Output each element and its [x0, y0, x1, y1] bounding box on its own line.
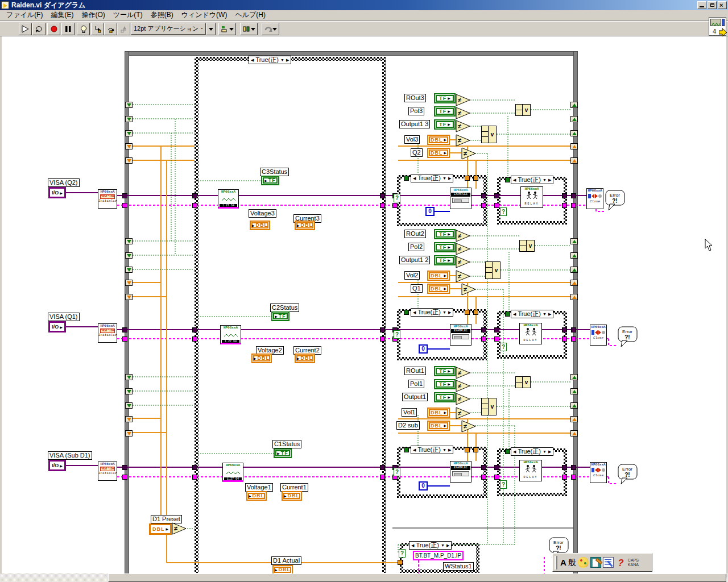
not-equal-node[interactable]: ≠: [456, 230, 471, 243]
hp66xxa-close-icon[interactable]: HP66xxAClose: [586, 188, 603, 209]
case-selector[interactable]: ◀True(正)▼▶: [411, 308, 453, 317]
ime-tools-icon[interactable]: [578, 557, 589, 568]
pol2-label[interactable]: Pol2: [408, 243, 424, 251]
voltage3-label[interactable]: Voltage3: [249, 209, 276, 218]
reorder-button[interactable]: [262, 23, 279, 35]
menu-help[interactable]: ヘルプ(H): [231, 10, 270, 20]
hp66xxa-initialize-icon[interactable]: HP66xxA*RST*IDNInitialize: [98, 323, 117, 343]
not-equal-node[interactable]: ≠: [461, 420, 477, 433]
not-equal-node[interactable]: ≠: [456, 120, 471, 133]
chevron-down-icon[interactable]: ▼: [280, 56, 284, 64]
q2-label[interactable]: Q2: [411, 148, 423, 157]
vol1-terminal[interactable]: DBL▶: [427, 408, 450, 418]
pol3-label[interactable]: Pol3: [408, 107, 424, 115]
shift-register[interactable]: [125, 402, 133, 409]
menu-operate[interactable]: 操作(O): [77, 10, 109, 20]
menu-edit[interactable]: 編集(E): [47, 10, 77, 20]
numeric-constant-0[interactable]: 0: [419, 344, 428, 354]
voltage2-terminal[interactable]: ▶DBL: [251, 354, 272, 363]
vol3-label[interactable]: Vol3: [404, 135, 420, 144]
shift-register[interactable]: [125, 157, 133, 164]
vol1-label[interactable]: Vol1: [402, 408, 417, 417]
hp66xxa-close-icon[interactable]: HP66xxAClose: [590, 325, 607, 346]
visa-subd1-terminal[interactable]: I/O▶: [48, 460, 66, 471]
menu-file[interactable]: ファイル(F): [2, 10, 47, 20]
shift-register[interactable]: [125, 280, 133, 286]
shift-register[interactable]: [125, 116, 133, 122]
output1-3-terminal[interactable]: TF▶: [434, 119, 456, 130]
shift-register[interactable]: [125, 388, 133, 394]
error-handler-icon[interactable]: Error?!: [618, 464, 638, 485]
not-equal-node[interactable]: ≠: [456, 107, 471, 120]
voltage3-terminal[interactable]: ▶DBL: [250, 221, 270, 230]
case-prev-icon[interactable]: ◀: [251, 56, 254, 64]
hp66xxa-relay-icon[interactable]: HP66xxARELAY: [519, 323, 542, 344]
not-equal-node[interactable]: ≠: [172, 522, 187, 535]
vol3-terminal[interactable]: DBL▶: [427, 135, 450, 145]
compound-or-node[interactable]: v: [481, 398, 497, 415]
numeric-constant-0[interactable]: 0: [425, 207, 435, 216]
shift-register[interactable]: [570, 116, 578, 122]
visa-q1-label[interactable]: VISA (Q1): [48, 313, 80, 321]
c2status-label[interactable]: C2Status: [270, 304, 299, 312]
ime-toolbar[interactable]: A 般 ? CAPSKANA: [552, 553, 652, 572]
shift-register[interactable]: [570, 374, 578, 380]
numeric-constant-0[interactable]: 0: [419, 481, 428, 490]
shift-register[interactable]: [570, 416, 578, 422]
hp66xxa-read-meas-icon[interactable]: HP66xxA1.27 64READ MEAS: [220, 325, 241, 344]
not-equal-node[interactable]: ≠: [456, 407, 471, 420]
visa-q2-terminal[interactable]: I/O▶: [48, 187, 66, 198]
ime-kana-indicator[interactable]: KANA: [628, 563, 639, 567]
vol2-label[interactable]: Vol2: [404, 271, 420, 280]
not-equal-node[interactable]: ≠: [456, 256, 471, 269]
inner-case-structure[interactable]: [397, 447, 487, 498]
not-equal-node[interactable]: ≠: [456, 393, 471, 406]
shift-register[interactable]: [125, 416, 133, 422]
highlight-execution-button[interactable]: [77, 23, 90, 35]
shift-register[interactable]: [570, 388, 578, 394]
case-structure-border-right[interactable]: [382, 57, 386, 573]
output1-2-label[interactable]: Output1 2: [399, 256, 430, 264]
rout2-terminal[interactable]: TF▶: [434, 229, 456, 239]
case-structure-border-left[interactable]: [195, 57, 198, 573]
while-loop-border-top[interactable]: [125, 51, 578, 56]
not-equal-node[interactable]: ≠: [456, 270, 471, 283]
pol3-terminal[interactable]: TF▶: [434, 106, 456, 117]
q1-terminal[interactable]: DBL▶: [427, 284, 450, 294]
shift-register[interactable]: [570, 267, 578, 273]
case-selector[interactable]: ◀ True(正) ▼ ▶: [249, 56, 291, 64]
run-continuous-button[interactable]: [32, 23, 46, 35]
font-selector[interactable]: 12pt アプリケーション・フォント: [131, 23, 206, 35]
visa-q2-label[interactable]: VISA (Q2): [48, 178, 80, 187]
not-equal-node[interactable]: ≠: [456, 134, 471, 147]
visa-q1-terminal[interactable]: I/O▶: [48, 321, 66, 332]
rout3-label[interactable]: ROut3: [404, 94, 426, 102]
current2-terminal[interactable]: ▶DBL: [295, 354, 315, 363]
voltage1-label[interactable]: Voltage1: [245, 483, 273, 492]
ime-conversion-mode[interactable]: 般: [568, 558, 576, 568]
case-selector[interactable]: ◀True(正)▼▶: [411, 174, 453, 182]
visa-subd1-label[interactable]: VISA (Sub D1): [48, 451, 92, 460]
hp66xxa-read-meas-icon[interactable]: HP66xxA1.27 64READ MEAS: [218, 189, 239, 209]
hp66xxa-relay-icon[interactable]: HP66xxARELAY: [520, 186, 543, 208]
minimize-button[interactable]: [697, 1, 706, 9]
step-out-button[interactable]: [117, 23, 130, 35]
step-over-button[interactable]: [104, 23, 117, 35]
horizontal-scrollbar-thumb[interactable]: [108, 573, 726, 582]
case-selector[interactable]: ◀True(正)▼▶: [409, 541, 452, 550]
shift-register[interactable]: [570, 294, 578, 300]
shift-register[interactable]: [570, 143, 578, 149]
vi-icon-badge[interactable]: 4: [709, 17, 726, 36]
not-equal-node[interactable]: ≠: [456, 94, 471, 107]
d1-preset-terminal[interactable]: DBL▶: [149, 523, 172, 535]
hp66xxa-read-meas-icon[interactable]: HP66xxA1.27 64READ MEAS: [222, 463, 243, 482]
menu-tools[interactable]: ツール(T): [109, 10, 147, 20]
font-selector-dropdown[interactable]: [206, 23, 216, 35]
pause-button[interactable]: [61, 23, 75, 35]
shift-register[interactable]: [570, 102, 578, 108]
shift-register[interactable]: [570, 130, 578, 136]
rout2-label[interactable]: ROut2: [404, 230, 426, 238]
shift-register[interactable]: [570, 252, 578, 259]
rout1-label[interactable]: ROut1: [404, 367, 426, 375]
output1-label[interactable]: Output1: [402, 393, 428, 401]
